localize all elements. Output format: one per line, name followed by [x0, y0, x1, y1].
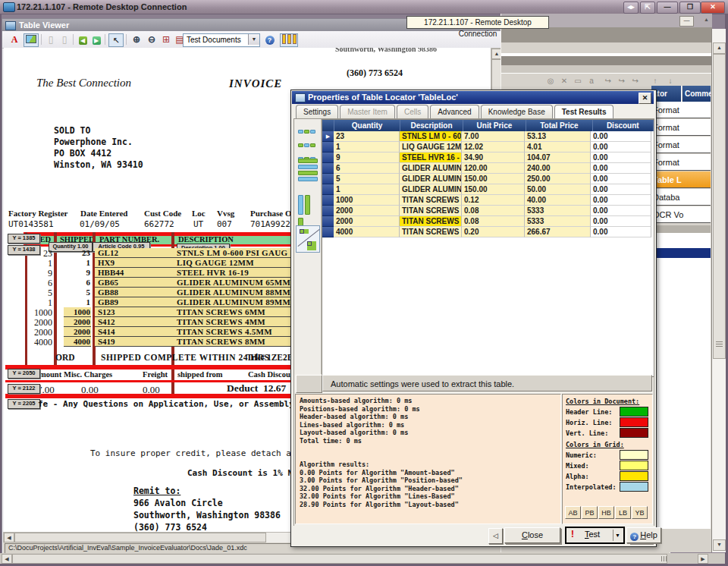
send-icon[interactable]: ↪	[630, 76, 641, 86]
meta-value: 662772	[144, 219, 174, 229]
result-row[interactable]: 2000TITAN SCREWS 4.0.0853330.00	[322, 216, 654, 227]
locator-row[interactable]: Format	[651, 119, 711, 136]
close-icon[interactable]: ✕	[639, 93, 651, 104]
rows-view-icon[interactable]	[298, 159, 318, 183]
locator-row[interactable]: Table L	[651, 171, 711, 188]
locator-row[interactable]: OCR Vo	[651, 206, 711, 223]
table-locator-properties-dialog: Properties of Table Locator 'TableLoc' ✕…	[290, 90, 657, 547]
prev-result-button[interactable]: ◁	[488, 528, 503, 544]
scroll-left-icon[interactable]: ◀	[2, 554, 12, 564]
result-row[interactable]: ▶23STNLS LM 0 - 6007.0053.130.00	[322, 131, 654, 142]
legend-item: Alpha:	[563, 471, 652, 482]
hb-button[interactable]: HB	[598, 506, 614, 519]
result-row[interactable]: 1000TITAN SCREWS 60.1240.000.00	[322, 195, 654, 206]
result-row[interactable]: 5GLIDER ALUMINU150.00250.000.00	[322, 174, 654, 184]
scroll-thumb[interactable]	[12, 554, 667, 564]
yb-button[interactable]: YB	[632, 506, 648, 519]
w2-band	[501, 56, 712, 65]
properties-icon[interactable]: ▭	[573, 76, 583, 86]
comment-col-header[interactable]: Commen	[682, 86, 711, 102]
restore-button[interactable]: ❐	[679, 2, 701, 14]
image-view-icon[interactable]	[24, 33, 39, 47]
tab-knowledge-base[interactable]: Knowledge Base	[481, 105, 553, 118]
table-viewer-title-text: Table Viewer	[19, 19, 69, 31]
tab-cells[interactable]: Cells	[397, 105, 428, 118]
result-row[interactable]: 2000TITAN SCREWS 40.0853330.00	[322, 206, 654, 216]
locator-row[interactable]: Format	[651, 154, 711, 171]
result-row[interactable]: 1GLIDER ALUMINU150.0050.000.00	[322, 184, 654, 195]
ab-button[interactable]: AB	[565, 506, 581, 519]
help-button[interactable]: ?Help	[626, 527, 661, 543]
import-icon[interactable]: ↪	[617, 76, 627, 86]
close-button[interactable]: Close	[504, 527, 560, 543]
tab-master-item[interactable]: Master Item	[340, 105, 395, 118]
test-dropdown-icon[interactable]: ▼	[613, 530, 622, 541]
scroll-right-icon[interactable]: ▶	[698, 554, 708, 564]
document-combo[interactable]: Test Documents ▼	[183, 33, 260, 47]
dialog-title-bar[interactable]: Properties of Table Locator 'TableLoc' ✕	[292, 91, 654, 104]
next-doc-icon[interactable]: ▶	[90, 33, 102, 46]
delete-icon[interactable]: ✕	[559, 76, 570, 86]
meta-header: Cust Code	[144, 209, 181, 218]
find-icon[interactable]: ◎	[545, 76, 556, 86]
header-total-price[interactable]: Total Price	[526, 120, 592, 131]
export-icon[interactable]: ↪	[603, 76, 613, 86]
rdp-title-text: 172.21.1.107 - Remote Desktop Connection	[17, 0, 187, 14]
test-label: Test	[585, 530, 600, 539]
rdp-send-button[interactable]: ⇱	[640, 2, 655, 14]
lb-button[interactable]: LB	[615, 506, 631, 519]
scroll-left-icon[interactable]: ◀	[4, 533, 14, 542]
header-description[interactable]: Description	[400, 120, 463, 131]
ord-label: ORD	[55, 353, 75, 362]
pb-button[interactable]: PB	[582, 506, 598, 519]
locator-row[interactable]: Format	[651, 102, 711, 118]
session-vscrollbar[interactable]: ▲ ▼	[711, 29, 726, 552]
thumb-grip	[716, 341, 723, 342]
header-unit-price[interactable]: Unit Price	[463, 120, 526, 131]
session-hscrollbar[interactable]: ◀ ▶	[0, 553, 725, 564]
header-discount[interactable]: Discount	[593, 120, 654, 131]
test-results-page: Quantity Description Unit Price Total Pr…	[293, 118, 654, 545]
rdp-title-bar[interactable]: 172.21.1.107 - Remote Desktop Connection…	[0, 0, 728, 14]
help-icon[interactable]: ?	[263, 33, 276, 46]
totals-header: Misc. Charges	[64, 370, 112, 379]
scroll-up-icon[interactable]: ▲	[704, 17, 709, 22]
numeric-swatch	[620, 450, 648, 460]
test-button[interactable]: ! Test ▼	[565, 527, 625, 544]
select-cursor-icon[interactable]: ↖	[108, 33, 124, 47]
result-row[interactable]: 4000TITAN SCREWS 80.20266.670.00	[322, 227, 654, 237]
locator-row[interactable]: Databa	[651, 189, 711, 206]
prev-doc-icon[interactable]: ◀	[77, 33, 89, 46]
prev-page-icon[interactable]: ▯	[45, 33, 57, 46]
result-row[interactable]: 9STEEL HVR 16 - 1934.90104.070.00	[322, 153, 654, 163]
font-tool-icon[interactable]: A	[8, 33, 20, 46]
remit-label: Remit to:	[133, 486, 180, 496]
locator-row[interactable]: Format	[651, 137, 711, 153]
w2-minimize-button[interactable]: —	[679, 16, 694, 27]
columns-icon[interactable]	[280, 33, 298, 47]
move-up-icon[interactable]: ↑	[650, 76, 661, 86]
tab-test-results[interactable]: Test Results	[554, 105, 614, 120]
mixed-view-icon[interactable]	[296, 225, 320, 253]
scroll-down-icon[interactable]: ▼	[713, 539, 726, 551]
find-text-icon[interactable]: a	[586, 76, 597, 86]
chevron-down-icon[interactable]: ▼	[248, 34, 259, 45]
fit-window-icon[interactable]: ⊞	[160, 33, 172, 46]
result-row[interactable]: 6GLIDER ALUMINU120.00240.000.00	[322, 163, 654, 174]
minimize-button[interactable]: —	[657, 2, 678, 14]
result-row[interactable]: 1LIQ GAUGE 12MM12.024.010.00	[322, 142, 654, 153]
zoom-out-icon[interactable]: ⊖	[145, 33, 158, 46]
move-down-icon[interactable]: ↓	[665, 76, 676, 86]
zoom-in-icon[interactable]: ⊕	[130, 33, 143, 46]
scroll-thumb[interactable]	[713, 54, 726, 359]
header-quantity[interactable]: Quantity	[334, 120, 400, 131]
scroll-up-icon[interactable]: ▲	[713, 42, 726, 54]
rdp-pin-button[interactable]: ◂▸	[623, 2, 639, 14]
w2-selected-item[interactable]	[651, 248, 711, 258]
tab-advanced[interactable]: Advanced	[430, 105, 479, 118]
scroll-thumb[interactable]	[14, 533, 266, 542]
tab-settings[interactable]: Settings	[296, 105, 338, 118]
next-page-icon[interactable]: ▯	[58, 33, 71, 46]
close-button[interactable]: ✕	[701, 2, 725, 14]
dialog-tabs: Settings Master Item Cells Advanced Know…	[296, 105, 613, 118]
